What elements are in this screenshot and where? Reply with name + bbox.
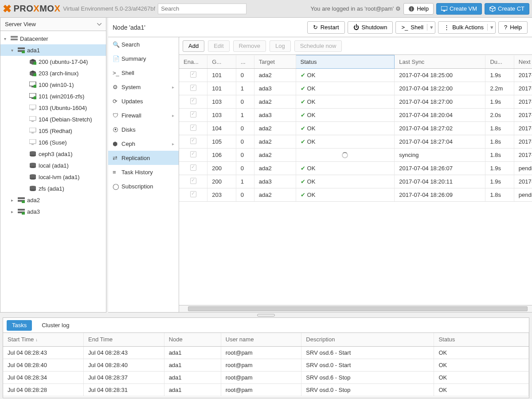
svg-rect-37 bbox=[18, 197, 25, 199]
nav-search[interactable]: 🔍Search bbox=[108, 37, 179, 51]
subscription-icon: ◯ bbox=[113, 183, 121, 190]
column-header[interactable]: Node bbox=[164, 333, 221, 346]
tree-item[interactable]: 203 (arch-linux) bbox=[0, 67, 106, 79]
tree-item[interactable]: ▾ada1 bbox=[0, 44, 106, 56]
column-header[interactable]: End Time bbox=[84, 333, 164, 346]
task-row[interactable]: Jul 04 08:28:34Jul 04 08:28:37ada1root@p… bbox=[3, 371, 529, 383]
column-header[interactable]: Target bbox=[254, 55, 296, 69]
logo: ✖ PROXMOX bbox=[3, 3, 60, 15]
replication-row[interactable]: 1060ada2syncing1.8s2017-07-04 18 bbox=[179, 149, 532, 162]
column-header[interactable]: Status bbox=[434, 333, 529, 346]
tasks-grid[interactable]: Start Time↓End TimeNodeUser nameDescript… bbox=[3, 333, 529, 398]
column-header[interactable]: ... bbox=[236, 55, 254, 69]
search-input[interactable] bbox=[158, 4, 246, 14]
chevron-down-icon[interactable]: ▾ bbox=[487, 24, 493, 31]
column-header[interactable]: Start Time↓ bbox=[3, 333, 84, 346]
storage-icon bbox=[29, 185, 37, 192]
tree-item[interactable]: 103 (Ubuntu-1604) bbox=[0, 102, 106, 113]
column-header[interactable]: Ena... bbox=[179, 55, 207, 69]
checkbox-icon bbox=[190, 125, 196, 131]
replication-row[interactable]: 2000ada2✔OK2017-07-04 18:26:071.9spendin… bbox=[179, 162, 532, 175]
remove-button[interactable]: Remove bbox=[233, 40, 266, 52]
power-icon: ⏻ bbox=[353, 24, 359, 31]
replication-grid[interactable]: Ena...G......TargetStatusLast SyncDu...N… bbox=[179, 55, 532, 305]
replication-row[interactable]: 1010ada2✔OK2017-07-04 18:25:001.9s2017-0… bbox=[179, 69, 532, 82]
tree-item[interactable]: 105 (Redhat) bbox=[0, 125, 106, 137]
nav-shell[interactable]: >_Shell bbox=[108, 66, 179, 80]
schedule-now-button[interactable]: Schedule now bbox=[294, 40, 342, 52]
nav-ceph[interactable]: ⬢Ceph▸ bbox=[108, 137, 179, 151]
task-row[interactable]: Jul 04 08:28:43Jul 04 08:28:43ada1root@p… bbox=[3, 346, 529, 359]
tree-item[interactable]: 106 (Suse) bbox=[0, 137, 106, 148]
info-icon: i bbox=[408, 6, 415, 12]
log-button[interactable]: Log bbox=[270, 40, 291, 52]
column-header[interactable]: G... bbox=[207, 55, 236, 69]
nav-disks[interactable]: ⦿Disks bbox=[108, 122, 179, 137]
logo-text: PROXMOX bbox=[14, 4, 61, 14]
monitor-icon bbox=[441, 6, 447, 12]
replication-row[interactable]: 2030ada2✔OK2017-07-04 18:26:091.8spendin… bbox=[179, 188, 532, 202]
nav-summary[interactable]: 📄Summary bbox=[108, 51, 179, 66]
tree-item[interactable]: ceph3 (ada1) bbox=[0, 148, 106, 160]
svg-rect-22 bbox=[31, 133, 34, 133]
horizontal-scrollbar[interactable] bbox=[179, 305, 532, 312]
restart-button[interactable]: ↻Restart bbox=[307, 21, 345, 34]
tree-item[interactable]: ▸ada3 bbox=[0, 206, 106, 217]
column-header[interactable]: Last Sync bbox=[395, 55, 485, 69]
replication-row[interactable]: 1011ada3✔OK2017-07-04 18:22:002.2m2017-0… bbox=[179, 82, 532, 95]
svg-rect-21 bbox=[29, 128, 36, 132]
nav-history[interactable]: ≡Task History bbox=[108, 165, 179, 179]
tree-item[interactable]: ▸ada2 bbox=[0, 194, 106, 206]
tree-item[interactable]: 104 (Debian-Stretch) bbox=[0, 113, 106, 125]
help-button[interactable]: i Help bbox=[403, 3, 434, 15]
vm-off-icon bbox=[29, 105, 37, 111]
tree-item[interactable]: 100 (win10-1) bbox=[0, 79, 106, 90]
check-icon: ✔ bbox=[301, 138, 305, 145]
tab-tasks[interactable]: Tasks bbox=[7, 320, 32, 331]
create-vm-button[interactable]: Create VM bbox=[436, 3, 482, 15]
login-label: You are logged in as 'root@pam' ⚙ bbox=[311, 5, 401, 12]
task-row[interactable]: Jul 04 08:28:28Jul 04 08:28:31ada1root@p… bbox=[3, 383, 529, 396]
create-ct-button[interactable]: Create CT bbox=[485, 3, 529, 15]
tree-item[interactable]: local (ada1) bbox=[0, 160, 106, 171]
bulk-actions-button[interactable]: ⋮Bulk Actions▾ bbox=[438, 21, 496, 34]
tree-item[interactable]: 200 (ubuntu-17-04) bbox=[0, 56, 106, 67]
top-bar: ✖ PROXMOX Virtual Environment 5.0-23/af4… bbox=[0, 0, 532, 18]
tree-item[interactable]: ▾Datacenter bbox=[0, 33, 106, 44]
nav-replication[interactable]: ⇄Replication bbox=[108, 151, 179, 165]
view-selector[interactable]: Server View bbox=[0, 18, 106, 31]
nav-subscription[interactable]: ◯Subscription bbox=[108, 179, 179, 193]
server-tree: ▾Datacenter▾ada1200 (ubuntu-17-04)203 (a… bbox=[0, 31, 106, 312]
menu-icon: ⋮ bbox=[444, 24, 450, 31]
nav-firewall[interactable]: 🛡Firewall▸ bbox=[108, 108, 179, 122]
column-header[interactable]: Description bbox=[301, 333, 434, 346]
shell-button[interactable]: >_Shell▾ bbox=[395, 21, 435, 34]
task-row[interactable]: Jul 04 08:28:40Jul 04 08:28:40ada1root@p… bbox=[3, 359, 529, 371]
replication-row[interactable]: 1050ada2✔OK2017-07-04 18:27:041.8s2017-0… bbox=[179, 135, 532, 149]
gear-icon[interactable]: ⚙ bbox=[395, 5, 401, 12]
column-header[interactable]: User name bbox=[221, 333, 301, 346]
chevron-down-icon[interactable]: ▾ bbox=[427, 24, 433, 31]
tab-cluster-log[interactable]: Cluster log bbox=[36, 320, 74, 331]
tree-item[interactable]: 101 (win2016-zfs) bbox=[0, 90, 106, 102]
column-header[interactable]: Du... bbox=[485, 55, 514, 69]
nav-system[interactable]: ⚙System▸ bbox=[108, 80, 179, 94]
tree-item[interactable]: zfs (ada1) bbox=[0, 183, 106, 194]
chevron-right-icon: ▸ bbox=[172, 113, 174, 118]
add-button[interactable]: Add bbox=[183, 40, 204, 52]
check-icon: ✔ bbox=[301, 125, 305, 132]
replication-row[interactable]: 1031ada3✔OK2017-07-04 18:20:042.0s2017-0… bbox=[179, 109, 532, 122]
nav-updates[interactable]: ⟳Updates bbox=[108, 94, 179, 108]
checkbox-icon bbox=[190, 85, 196, 91]
edit-button[interactable]: Edit bbox=[208, 40, 229, 52]
shutdown-button[interactable]: ⏻Shutdown bbox=[348, 21, 393, 34]
replication-row[interactable]: 1030ada2✔OK2017-07-04 18:27:001.9s2017-0… bbox=[179, 95, 532, 109]
column-header[interactable]: Status bbox=[296, 55, 395, 69]
replication-row[interactable]: 2001ada3✔OK2017-07-04 18:20:111.9s2017-0… bbox=[179, 175, 532, 188]
chevron-down-icon bbox=[97, 23, 102, 26]
column-header[interactable]: Next Sync bbox=[514, 55, 532, 69]
help-button[interactable]: ?Help bbox=[498, 21, 528, 34]
vm-on-icon bbox=[29, 82, 37, 88]
replication-row[interactable]: 1040ada2✔OK2017-07-04 18:27:021.8s2017-0… bbox=[179, 122, 532, 135]
tree-item[interactable]: local-lvm (ada1) bbox=[0, 171, 106, 183]
